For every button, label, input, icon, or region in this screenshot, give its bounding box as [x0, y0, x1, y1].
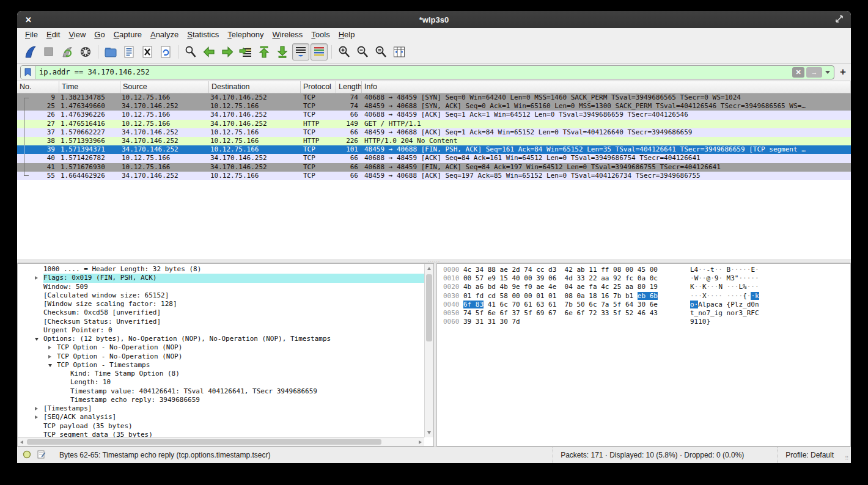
- expander-closed-icon[interactable]: [48, 346, 51, 349]
- scroll-left-icon[interactable]: [20, 440, 23, 444]
- menu-go[interactable]: Go: [90, 30, 109, 39]
- go-first-icon[interactable]: [256, 43, 273, 60]
- auto-scroll-icon[interactable]: [292, 43, 309, 60]
- ascii-bytes[interactable]: t_no7_ig nor3_RFC: [690, 309, 759, 318]
- hex-bytes[interactable]: 6f 83 41 6c 70 61 63 61 7b 50 6c 7a 5f 6…: [463, 301, 658, 309]
- zoom-reset-icon[interactable]: [372, 43, 389, 60]
- filter-apply-icon[interactable]: →: [806, 67, 822, 78]
- packet-row[interactable]: 371.57066222734.170.146.25210.12.75.166T…: [17, 128, 851, 137]
- detail-tree-item[interactable]: Urgent Pointer: 0: [18, 326, 424, 335]
- detail-tree-item[interactable]: TCP Option - No-Operation (NOP): [18, 352, 424, 361]
- column-header-time[interactable]: Time: [59, 81, 120, 93]
- detail-tree-item[interactable]: [Checksum Status: Unverified]: [18, 318, 424, 326]
- hex-bytes[interactable]: 00 57 e9 15 40 00 39 06 4d 33 22 aa 92 f…: [463, 274, 658, 283]
- ascii-bytes[interactable]: o·Alpaca {Plz_d0n: [690, 301, 759, 309]
- start-capture-icon[interactable]: [22, 43, 39, 60]
- ascii-bytes[interactable]: K··K···N ···L%···: [690, 283, 759, 291]
- restart-capture-icon[interactable]: [59, 43, 76, 60]
- packet-row[interactable]: 261.47639622610.12.75.16634.170.146.252T…: [17, 111, 851, 119]
- menu-edit[interactable]: Edit: [42, 30, 64, 39]
- scroll-down-icon[interactable]: [427, 431, 431, 434]
- detail-tree-item[interactable]: Flags: 0x019 (FIN, PSH, ACK): [18, 274, 424, 282]
- go-last-icon[interactable]: [274, 43, 291, 60]
- hex-bytes[interactable]: 39 31 31 30 7d: [463, 318, 520, 326]
- expander-closed-icon[interactable]: [35, 407, 38, 410]
- splitter-grip-icon[interactable]: ······: [428, 261, 440, 263]
- hex-bytes[interactable]: 74 5f 6e 6f 37 5f 69 67 6e 6f 72 33 5f 5…: [463, 309, 658, 318]
- hex-dump-row[interactable]: 005074 5f 6e 6f 37 5f 69 67 6e 6f 72 33 …: [437, 309, 850, 318]
- expander-closed-icon[interactable]: [35, 276, 38, 280]
- detail-tree-item[interactable]: Checksum: 0xcd58 [unverified]: [18, 308, 424, 317]
- profile-status[interactable]: Profile: Default: [778, 447, 834, 463]
- packet-row[interactable]: 391.57139437134.170.146.25210.12.75.166T…: [17, 145, 851, 154]
- column-header-destination[interactable]: Destination: [209, 81, 301, 93]
- hex-dump-row[interactable]: 006039 31 31 30 7d9110}: [437, 318, 850, 326]
- detail-tree-item[interactable]: Timestamp value: 404126641: TSval 404126…: [18, 387, 424, 396]
- expander-open-icon[interactable]: [35, 338, 39, 341]
- hex-dump-row[interactable]: 001000 57 e9 15 40 00 39 06 4d 33 22 aa …: [437, 274, 850, 283]
- filter-bookmark-icon[interactable]: [21, 66, 35, 79]
- packet-row[interactable]: 271.47651641610.12.75.16634.170.146.252H…: [17, 120, 851, 128]
- open-file-icon[interactable]: [102, 43, 119, 60]
- expert-info-icon[interactable]: [23, 450, 31, 461]
- ascii-bytes[interactable]: ···X···· ····{··k: [690, 292, 759, 301]
- menu-view[interactable]: View: [64, 30, 90, 39]
- detail-tree-item[interactable]: Length: 10: [18, 378, 424, 387]
- detail-tree-item[interactable]: [Window size scaling factor: 128]: [18, 300, 424, 308]
- expander-closed-icon[interactable]: [48, 355, 51, 359]
- resize-columns-icon[interactable]: [391, 43, 408, 60]
- detail-tree-item[interactable]: [Timestamps]: [18, 404, 424, 413]
- detail-tree-item[interactable]: Kind: Time Stamp Option (8): [18, 370, 424, 378]
- menu-analyze[interactable]: Analyze: [146, 30, 183, 39]
- go-forward-icon[interactable]: [219, 43, 236, 60]
- menu-tools[interactable]: Tools: [307, 30, 334, 39]
- menu-file[interactable]: File: [21, 30, 42, 39]
- colorize-icon[interactable]: [311, 43, 328, 60]
- detail-tree-item[interactable]: [SEQ/ACK analysis]: [18, 413, 424, 421]
- detail-horizontal-scrollbar[interactable]: [18, 437, 424, 446]
- packet-row[interactable]: 411.57167693010.12.75.16634.170.146.252T…: [17, 163, 851, 172]
- hex-dump-row[interactable]: 00204b a6 bd 4b 9e f0 ae 4e 04 ae fa 4c …: [437, 283, 850, 291]
- capture-options-icon[interactable]: [77, 43, 94, 60]
- detail-tree-item[interactable]: TCP Option - Timestamps: [18, 361, 424, 370]
- menu-capture[interactable]: Capture: [109, 30, 146, 39]
- go-to-packet-icon[interactable]: [237, 43, 254, 60]
- detail-tree-item[interactable]: 1000 .... = Header Length: 32 bytes (8): [18, 265, 424, 274]
- resize-grip-icon[interactable]: ⠿: [845, 456, 849, 461]
- menu-wireless[interactable]: Wireless: [268, 30, 307, 39]
- menu-telephony[interactable]: Telephony: [223, 30, 268, 39]
- detail-tree-item[interactable]: TCP Option - No-Operation (NOP): [18, 343, 424, 352]
- scrollbar-thumb[interactable]: [426, 274, 432, 341]
- ascii-bytes[interactable]: 9110}: [690, 318, 710, 326]
- packet-row[interactable]: 401.57142678210.12.75.16634.170.146.252T…: [17, 154, 851, 162]
- detail-tree-item[interactable]: [Calculated window size: 65152]: [18, 291, 424, 300]
- column-header-info[interactable]: Info: [362, 81, 851, 93]
- save-file-icon[interactable]: [120, 43, 138, 60]
- detail-tree-item[interactable]: Window: 509: [18, 283, 424, 291]
- zoom-out-icon[interactable]: [354, 43, 371, 60]
- column-header-protocol[interactable]: Protocol: [301, 81, 336, 93]
- packet-row[interactable]: 91.38213478510.12.75.16634.170.146.252TC…: [17, 93, 851, 102]
- hex-bytes[interactable]: 4c 34 88 ae 2d 74 cc d3 42 ab 11 ff 08 0…: [463, 266, 658, 274]
- scrollbar-thumb[interactable]: [27, 439, 381, 445]
- expander-closed-icon[interactable]: [35, 415, 38, 419]
- detail-tree-item[interactable]: Options: (12 bytes), No-Operation (NOP),…: [18, 335, 424, 343]
- hex-dump-row[interactable]: 003001 fd cd 58 00 00 01 01 08 0a 18 16 …: [437, 292, 850, 301]
- display-filter-input[interactable]: ip.addr == 34.170.146.252 ✕ →: [20, 65, 834, 79]
- ascii-bytes[interactable]: ·W··@·9· M3"·····: [690, 274, 759, 283]
- hex-bytes[interactable]: 4b a6 bd 4b 9e f0 ae 4e 04 ae fa 4c 25 a…: [463, 283, 658, 291]
- hex-dump-row[interactable]: 00004c 34 88 ae 2d 74 cc d3 42 ab 11 ff …: [437, 266, 850, 274]
- column-header-length[interactable]: Length: [336, 81, 362, 93]
- expander-open-icon[interactable]: [48, 364, 52, 367]
- zoom-in-icon[interactable]: [336, 43, 353, 60]
- scroll-right-icon[interactable]: [419, 440, 422, 444]
- stop-capture-icon[interactable]: [40, 43, 57, 60]
- column-header-source[interactable]: Source: [120, 81, 209, 93]
- detail-tree-item[interactable]: TCP payload (35 bytes): [18, 422, 424, 431]
- scroll-up-icon[interactable]: [427, 267, 431, 270]
- close-file-icon[interactable]: [139, 43, 156, 60]
- hex-dump-row[interactable]: 00406f 83 41 6c 70 61 63 61 7b 50 6c 7a …: [437, 301, 850, 309]
- capture-comment-icon[interactable]: [37, 450, 46, 461]
- hex-bytes[interactable]: 01 fd cd 58 00 00 01 01 08 0a 18 16 7b b…: [463, 292, 658, 301]
- detail-tree-item[interactable]: Timestamp echo reply: 3949686659: [18, 396, 424, 404]
